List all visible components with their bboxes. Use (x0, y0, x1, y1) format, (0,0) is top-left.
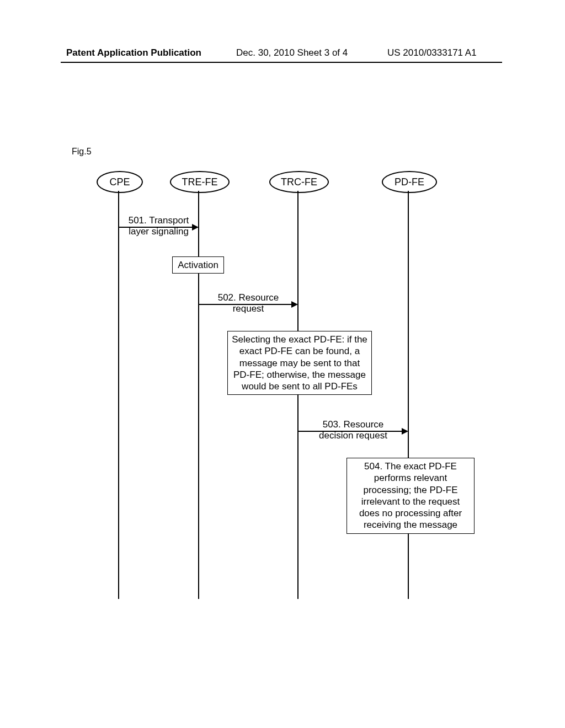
msg-502: 502. Resource request (199, 292, 298, 314)
figure-label: Fig.5 (72, 147, 92, 157)
lifeline-cpe (118, 191, 119, 599)
msg-501-label: 501. Transport layer signaling (119, 215, 199, 237)
arrow-503 (298, 431, 402, 432)
lifeline-pd-fe (408, 191, 409, 599)
lifeline-tre-fe (198, 191, 199, 599)
actor-cpe: CPE (97, 171, 143, 193)
arrow-503-head (402, 428, 408, 435)
msg-502-label: 502. Resource request (199, 292, 298, 314)
msg-501: 501. Transport layer signaling (119, 215, 199, 237)
header-publication: Patent Application Publication (66, 47, 201, 58)
header-date-sheet: Dec. 30, 2010 Sheet 3 of 4 (236, 47, 348, 58)
arrow-501 (119, 227, 192, 228)
msg-503-label: 503. Resource decision request (298, 419, 408, 441)
msg-503: 503. Resource decision request (298, 419, 408, 441)
note-select-pdfe: Selecting the exact PD-FE: if the exact … (227, 331, 372, 395)
actor-tre-fe: TRE-FE (170, 171, 230, 193)
header-rule (61, 62, 502, 63)
note-activation: Activation (172, 256, 224, 274)
arrow-501-head (192, 224, 199, 231)
page: Patent Application Publication Dec. 30, … (0, 0, 565, 728)
note-504-process: 504. The exact PD-FE performs relevant p… (347, 458, 475, 534)
actor-pd-fe: PD-FE (382, 171, 437, 193)
arrow-502 (199, 304, 291, 305)
actor-trc-fe: TRC-FE (269, 171, 329, 193)
arrow-502-head (291, 301, 298, 308)
sequence-diagram: CPE TRE-FE TRC-FE PD-FE 501. Transport l… (66, 171, 486, 601)
header-doc-number: US 2010/0333171 A1 (387, 47, 477, 58)
